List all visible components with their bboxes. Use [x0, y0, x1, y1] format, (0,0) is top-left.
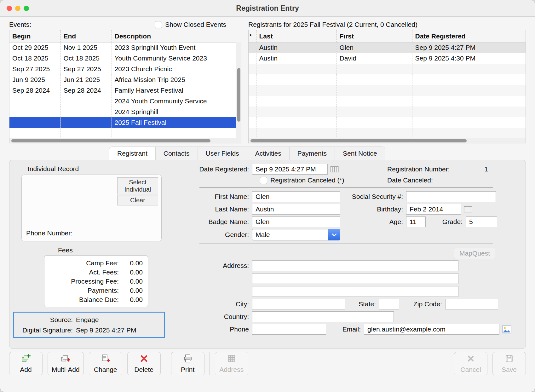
registrant-empty-row[interactable] — [249, 74, 526, 85]
grade-input[interactable]: 5 — [466, 216, 497, 227]
print-button[interactable]: Print — [171, 352, 204, 375]
events-col-begin[interactable]: Begin — [9, 30, 60, 42]
add-button[interactable]: Add — [9, 352, 43, 375]
registrant-first — [337, 96, 412, 107]
close-window-button[interactable] — [7, 6, 12, 11]
registrant-empty-row[interactable] — [249, 128, 526, 139]
multi-add-button[interactable]: Multi-Add — [48, 352, 84, 375]
address-line-3-input[interactable] — [252, 286, 458, 297]
digital-signature-value: Sep 9 2025 4:27 PM — [76, 326, 136, 334]
zoom-window-button[interactable] — [24, 6, 29, 11]
tab-contacts[interactable]: Contacts — [156, 147, 198, 160]
fee-row: Camp Fee:0.00 — [49, 258, 143, 268]
country-input[interactable] — [252, 311, 394, 322]
ssn-input[interactable] — [406, 191, 496, 202]
registrants-col-first[interactable]: First — [337, 30, 412, 42]
events-table: Begin End Description Oct 29 2025Nov 1 2… — [9, 30, 241, 143]
events-col-description[interactable]: Description — [112, 30, 241, 42]
registrant-row[interactable]: AustinGlenSep 9 2025 4:27 PM — [249, 42, 526, 53]
date-registered-input[interactable]: Sep 9 2025 4:27 PM — [252, 164, 328, 175]
address-label: Address: — [181, 260, 249, 269]
registrant-flag — [249, 96, 256, 107]
registrant-empty-row[interactable] — [249, 85, 526, 96]
registrants-col-last[interactable]: Last — [256, 30, 337, 42]
registrant-empty-row[interactable] — [249, 64, 526, 74]
address-line-2-input[interactable] — [252, 273, 458, 284]
fee-value: 0.00 — [123, 296, 143, 303]
registrant-first — [337, 85, 412, 96]
registrants-horizontal-scrollbar[interactable] — [249, 138, 526, 143]
registrant-panel: Individual Record Select Individual Clea… — [9, 160, 526, 349]
registration-canceled-checkbox[interactable] — [260, 177, 267, 184]
scrollbar-thumb[interactable] — [250, 139, 467, 142]
events-horizontal-scrollbar[interactable] — [9, 138, 241, 143]
save-button[interactable]: Save — [492, 352, 526, 375]
event-row[interactable]: Oct 29 2025Nov 1 20252023 Springhill You… — [9, 42, 241, 53]
first-name-input[interactable]: Glen — [252, 191, 340, 202]
events-vertical-scrollbar[interactable] — [236, 42, 241, 138]
show-closed-events[interactable]: Show Closed Events — [155, 21, 226, 28]
tab-strip: RegistrantContactsUser FieldsActivitiesP… — [0, 143, 535, 160]
cancel-button[interactable]: Cancel — [454, 352, 487, 375]
registrant-row[interactable]: AustinDavidSep 9 2025 4:30 PM — [249, 53, 526, 64]
address-line-1-input[interactable] — [252, 260, 458, 271]
event-row[interactable]: 2024 Springhill — [9, 107, 241, 117]
scrollbar-thumb[interactable] — [11, 139, 210, 142]
city-input[interactable] — [252, 299, 345, 309]
event-row[interactable]: Oct 18 2025Oct 18 2025Youth Community Se… — [9, 53, 241, 64]
tab-sent-notice[interactable]: Sent Notice — [335, 147, 385, 160]
tab-payments[interactable]: Payments — [290, 147, 335, 160]
gender-dropdown[interactable]: Male — [252, 229, 340, 240]
gender-label: Gender: — [181, 231, 249, 239]
top-section: Events: Show Closed Events Begin End Des… — [0, 17, 535, 143]
event-row[interactable]: Sep 28 2024Sep 28 2024Family Harvest Fes… — [9, 85, 241, 96]
tab-user-fields[interactable]: User Fields — [198, 147, 247, 160]
registrant-empty-row[interactable] — [249, 107, 526, 117]
event-end: Jun 21 2025 — [60, 74, 112, 85]
show-closed-events-checkbox[interactable] — [155, 21, 162, 28]
minimize-window-button[interactable] — [15, 6, 20, 11]
calendar-icon[interactable] — [330, 166, 339, 173]
registrant-date — [412, 74, 526, 85]
registrants-col-date[interactable]: Date Registered — [412, 30, 526, 42]
tab-activities[interactable]: Activities — [247, 147, 290, 160]
phone-label: Phone — [181, 326, 249, 333]
event-row[interactable]: Sep 27 2025Sep 27 20252023 Church Picnic — [9, 64, 241, 74]
event-row[interactable]: 2025 Fall Festival — [9, 117, 241, 128]
fee-row: Act. Fees:0.00 — [49, 268, 143, 277]
scrollbar-thumb[interactable] — [237, 68, 240, 122]
delete-button[interactable]: Delete — [127, 352, 161, 375]
last-name-input[interactable]: Austin — [252, 204, 340, 215]
registrant-flag — [249, 42, 256, 53]
calendar-icon[interactable] — [464, 206, 472, 213]
cancel-icon — [466, 354, 475, 365]
fee-value: 0.00 — [123, 278, 143, 285]
email-input[interactable]: glen.austin@example.com — [364, 324, 499, 335]
badge-name-input[interactable]: Glen — [252, 216, 340, 227]
tab-registrant[interactable]: Registrant — [109, 147, 156, 160]
address-button[interactable]: Address — [215, 352, 248, 375]
phone-input[interactable] — [252, 324, 326, 335]
zip-code-input[interactable] — [445, 299, 498, 309]
clear-individual-button[interactable]: Clear — [117, 195, 158, 205]
events-col-end[interactable]: End — [60, 30, 112, 42]
registrant-first — [337, 64, 412, 74]
email-image-icon[interactable] — [502, 326, 511, 333]
select-individual-button[interactable]: Select Individual — [117, 177, 158, 194]
registrant-empty-row[interactable] — [249, 117, 526, 128]
mapquest-button[interactable]: MapQuest — [454, 248, 495, 259]
registrant-flag — [249, 64, 256, 74]
registrants-col-flag[interactable]: * — [249, 30, 256, 42]
chevron-down-icon[interactable] — [328, 229, 340, 240]
event-row[interactable] — [9, 128, 241, 139]
registrant-empty-row[interactable] — [249, 96, 526, 107]
registrants-table-body: AustinGlenSep 9 2025 4:27 PMAustinDavidS… — [249, 42, 526, 139]
event-row[interactable]: Jun 9 2025Jun 21 2025Africa Mission Trip… — [9, 74, 241, 85]
fee-row: Balance Due:0.00 — [49, 295, 143, 304]
state-input[interactable] — [379, 299, 399, 309]
change-button[interactable]: Change — [89, 352, 122, 375]
event-row[interactable]: 2024 Youth Community Service — [9, 96, 241, 107]
birthday-input[interactable]: Feb 2 2014 — [406, 204, 461, 215]
age-input[interactable]: 11 — [406, 216, 426, 227]
toolbar-divider — [210, 352, 210, 375]
